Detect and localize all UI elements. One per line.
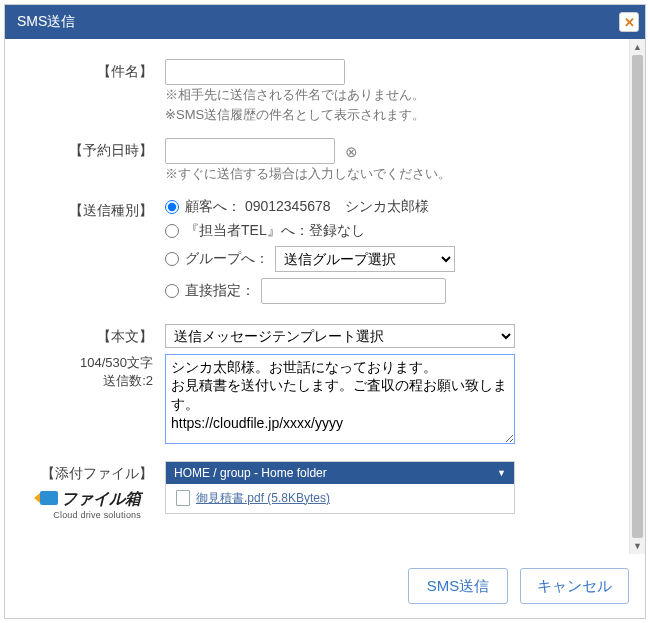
label-attachment: 【添付ファイル】 [15, 465, 153, 483]
chevron-down-icon: ▼ [497, 468, 506, 478]
vertical-scrollbar[interactable]: ▲ ▼ [629, 39, 645, 554]
clear-schedule-icon[interactable]: ⊗ [345, 143, 358, 161]
sms-send-dialog: SMS送信 ✕ 【件名】 ※相手先に送信される件名ではありません。 ※SMS送信… [4, 4, 646, 619]
file-icon [176, 490, 190, 506]
scroll-up-icon[interactable]: ▲ [630, 39, 645, 55]
subject-input[interactable] [165, 59, 345, 85]
dialog-body: 【件名】 ※相手先に送信される件名ではありません。 ※SMS送信履歴の件名として… [5, 39, 629, 554]
char-counter: 104/530文字 [15, 354, 153, 372]
dialog-title: SMS送信 [17, 13, 75, 31]
close-icon: ✕ [624, 15, 635, 30]
send-count: 送信数:2 [15, 372, 153, 390]
attachment-breadcrumb-bar[interactable]: HOME / group - Home folder ▼ [166, 462, 514, 484]
radio-customer-label: 顧客へ： 09012345678 シンカ太郎様 [185, 198, 429, 216]
label-schedule: 【予約日時】 [15, 138, 165, 184]
filebox-logo: ファイル箱 Cloud drive solutions [15, 489, 153, 520]
direct-number-input[interactable] [261, 278, 446, 304]
schedule-input[interactable] [165, 138, 335, 164]
radio-customer[interactable] [165, 200, 179, 214]
label-body: 【本文】 [15, 324, 165, 348]
template-select[interactable]: 送信メッセージテンプレート選択 [165, 324, 515, 348]
radio-contact-label: 『担当者TEL』へ：登録なし [185, 222, 365, 240]
filebox-tagline: Cloud drive solutions [15, 510, 141, 520]
label-subject: 【件名】 [15, 59, 165, 124]
attachment-breadcrumb: HOME / group - Home folder [174, 466, 327, 480]
submit-button[interactable]: SMS送信 [408, 568, 508, 604]
schedule-hint: ※すぐに送信する場合は入力しないでください。 [165, 164, 619, 184]
attachment-box: HOME / group - Home folder ▼ 御見積書.pdf (5… [165, 461, 515, 514]
radio-group-label: グループへ： [185, 250, 269, 268]
body-meta: 104/530文字 送信数:2 [15, 354, 165, 447]
attachment-item: 御見積書.pdf (5.8KBytes) [176, 490, 504, 507]
radio-direct[interactable] [165, 284, 179, 298]
radio-direct-label: 直接指定： [185, 282, 255, 300]
close-button[interactable]: ✕ [619, 12, 639, 32]
attachment-file-link[interactable]: 御見積書.pdf (5.8KBytes) [196, 490, 330, 507]
dialog-footer: SMS送信 キャンセル [5, 554, 645, 618]
message-textarea[interactable] [165, 354, 515, 444]
group-select[interactable]: 送信グループ選択 [275, 246, 455, 272]
radio-group[interactable] [165, 252, 179, 266]
filebox-icon [40, 491, 58, 505]
label-send-type: 【送信種別】 [15, 198, 165, 310]
scroll-thumb[interactable] [632, 55, 643, 538]
filebox-name: ファイル箱 [61, 490, 141, 507]
subject-hint-2: ※SMS送信履歴の件名として表示されます。 [165, 105, 619, 125]
dialog-titlebar: SMS送信 ✕ [5, 5, 645, 39]
cancel-button[interactable]: キャンセル [520, 568, 629, 604]
radio-contact[interactable] [165, 224, 179, 238]
scroll-down-icon[interactable]: ▼ [630, 538, 645, 554]
subject-hint-1: ※相手先に送信される件名ではありません。 [165, 85, 619, 105]
